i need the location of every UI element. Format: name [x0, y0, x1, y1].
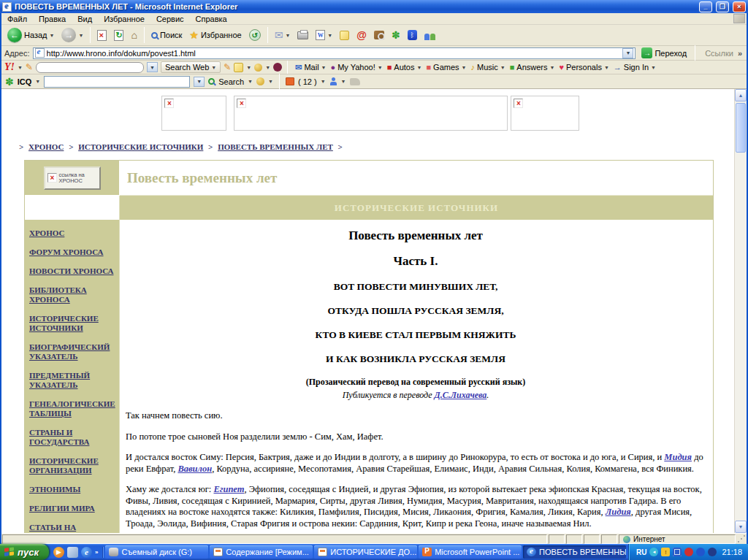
content-link[interactable]: Египет	[213, 484, 244, 494]
clock[interactable]: 21:18	[722, 548, 742, 556]
yahoo-toolbar-item[interactable]: ■ Games ▼	[424, 63, 468, 72]
icq-tray-icon[interactable]	[708, 548, 717, 556]
pencil-icon[interactable]: ✎	[26, 62, 33, 72]
yahoo-search-input[interactable]	[36, 62, 144, 73]
badge-dropdown-icon[interactable]: ▼	[265, 65, 270, 70]
sidebar-link[interactable]: ФОРУМ ХРОНОСА	[29, 248, 115, 257]
yahoo-item-dropdown-icon[interactable]: ▼	[651, 65, 656, 70]
scrollbar-track[interactable]	[735, 101, 747, 521]
icq-input-dropdown-icon[interactable]: ▼	[194, 77, 205, 87]
home-button[interactable]: ⌂	[128, 28, 140, 42]
sidebar-link[interactable]: БИОГРАФИЧЕСКИЙ УКАЗАТЕЛЬ	[29, 342, 115, 361]
icq-dropdown-icon[interactable]: ▼	[35, 79, 40, 84]
bookmarks-icon[interactable]	[234, 63, 243, 72]
address-dropdown-icon[interactable]: ▼	[622, 48, 633, 58]
content-link[interactable]: Лидия	[606, 507, 631, 517]
taskbar-task-button[interactable]: Содержание [Режим...	[210, 545, 313, 559]
sidebar-link[interactable]: СТАТЬИ НА ИСТОРИЧЕСКИЕ ТЕМЫ	[29, 523, 115, 533]
menu-item[interactable]: Справка	[190, 14, 233, 24]
yahoo-item-dropdown-icon[interactable]: ▼	[378, 65, 383, 70]
stop-button[interactable]: ×	[94, 28, 110, 42]
start-button[interactable]: пуск	[0, 544, 49, 560]
scroll-down-button[interactable]: ▼	[735, 521, 747, 533]
breadcrumb-link[interactable]: ХРОНОС	[28, 142, 64, 151]
vertical-scrollbar[interactable]: ▲ ▼	[734, 89, 747, 533]
language-indicator[interactable]: RU	[636, 548, 646, 556]
go-button[interactable]: → Переход	[638, 46, 690, 60]
back-button[interactable]: ← Назад ▼	[4, 26, 57, 44]
sidebar-link[interactable]: БИБЛИОТЕКА ХРОНОСА	[29, 285, 115, 304]
yahoo-logo-dropdown-icon[interactable]: ▼	[18, 65, 23, 70]
taskbar-task-button[interactable]: ПОВЕСТЬ ВРЕМЕННЫ...	[523, 545, 626, 559]
yahoo-item-dropdown-icon[interactable]: ▼	[321, 65, 327, 70]
content-link[interactable]: Д.С.Лихачева	[435, 390, 487, 400]
maximize-button[interactable]: ❐	[716, 1, 729, 12]
address-url[interactable]: http://www.hrono.info/dokum/povest1.html	[47, 49, 621, 58]
edit-dropdown-icon[interactable]: ▼	[327, 33, 332, 38]
research-button[interactable]	[371, 29, 387, 41]
highlight-icon[interactable]: ✎	[224, 62, 231, 72]
taskbar-task-button[interactable]: Съемный диск (G:)	[105, 545, 208, 559]
icq-brand-label[interactable]: ICQ	[18, 77, 32, 86]
bluetooth-button[interactable]: ᛒ	[405, 28, 420, 42]
taskbar-task-button[interactable]: Microsoft PowerPoint ...	[419, 545, 522, 559]
hrono-link-badge[interactable]: ссылка на ХРОНОС	[44, 166, 101, 190]
media-player-icon[interactable]: ▶	[53, 547, 64, 558]
messenger-button[interactable]	[421, 29, 438, 42]
menu-item[interactable]: Вид	[72, 14, 98, 24]
links-chevron-icon[interactable]: »	[738, 49, 742, 58]
icq-search-dropdown-icon[interactable]: ▼	[248, 79, 253, 84]
icq-status-dropdown-icon[interactable]: ▼	[341, 79, 346, 84]
content-link[interactable]: Мидия	[664, 452, 692, 462]
show-desktop-icon[interactable]	[67, 547, 78, 558]
sidebar-link[interactable]: РЕЛИГИИ МИРА	[29, 504, 115, 513]
search-button[interactable]: Поиск	[148, 29, 185, 41]
bookmarks-dropdown-icon[interactable]: ▼	[246, 65, 251, 70]
forward-button[interactable]: → ▼	[58, 26, 86, 44]
search-web-button[interactable]: Search Web ▼	[161, 61, 221, 73]
minimize-button[interactable]: _	[699, 1, 712, 12]
yahoo-toolbar-item[interactable]: ● My Yahoo! ▼	[329, 63, 385, 72]
icq-status-icon[interactable]	[329, 77, 337, 85]
menu-item[interactable]: Избранное	[98, 14, 150, 24]
resize-grip[interactable]	[736, 534, 747, 544]
yahoo-m-icon[interactable]	[273, 63, 282, 72]
print-button[interactable]	[294, 30, 311, 41]
sidebar-link[interactable]: ИСТОРИЧЕСКИЕ ОРГАНИЗАЦИИ	[29, 456, 115, 475]
sidebar-link[interactable]: ПРЕДМЕТНЫЙ УКАЗАТЕЛЬ	[29, 371, 115, 390]
refresh-button[interactable]: ↻	[111, 28, 126, 42]
yahoo-item-dropdown-icon[interactable]: ▼	[417, 65, 422, 70]
icq-search-input[interactable]	[44, 76, 190, 88]
security-shield-icon[interactable]: !	[661, 548, 670, 556]
icq-count-dropdown-icon[interactable]: ▼	[321, 79, 326, 84]
yahoo-toolbar-item[interactable]: ✉ Mail ▼	[293, 63, 328, 72]
yahoo-item-dropdown-icon[interactable]: ▼	[462, 65, 467, 70]
address-input[interactable]: http://www.hrono.info/dokum/povest1.html…	[33, 47, 636, 59]
sidebar-link[interactable]: СТРАНЫ И ГОСУДАРСТВА	[29, 428, 115, 447]
yahoo-search-dropdown-icon[interactable]: ▼	[147, 62, 158, 72]
antivirus-tray-icon[interactable]	[684, 548, 693, 556]
back-dropdown-icon[interactable]: ▼	[50, 33, 55, 38]
mail-button[interactable]: ✉▼	[272, 28, 294, 42]
menu-item[interactable]: Правка	[33, 14, 72, 24]
icq-messages-icon[interactable]	[286, 77, 294, 85]
internet-explorer-icon[interactable]: e	[81, 547, 92, 558]
yahoo-item-dropdown-icon[interactable]: ▼	[550, 65, 555, 70]
hide-icons-chevron-icon[interactable]: ◂	[649, 548, 658, 556]
mail-ru-agent-button[interactable]: @	[354, 28, 370, 42]
yahoo-item-dropdown-icon[interactable]: ▼	[604, 65, 609, 70]
quick-launch-more-icon[interactable]: »	[95, 549, 98, 556]
sidebar-link[interactable]: ХРОНОС	[29, 229, 115, 238]
edit-button[interactable]: W▼	[313, 28, 335, 42]
scroll-up-button[interactable]: ▲	[735, 89, 747, 101]
icq-xtraz-icon[interactable]	[256, 77, 264, 85]
yahoo-toolbar-item[interactable]: ♥ Personals ▼	[557, 63, 611, 72]
menu-item[interactable]: Файл	[1, 14, 33, 24]
yahoo-item-dropdown-icon[interactable]: ▼	[500, 65, 505, 70]
yahoo-badge-icon[interactable]	[254, 64, 262, 72]
history-button[interactable]: ↺	[246, 28, 264, 42]
icq-xtraz-dropdown-icon[interactable]: ▼	[268, 79, 273, 84]
forward-dropdown-icon[interactable]: ▼	[78, 33, 83, 38]
display-settings-icon[interactable]	[673, 548, 682, 556]
icq-message-count[interactable]: ( 12 )	[298, 77, 317, 86]
